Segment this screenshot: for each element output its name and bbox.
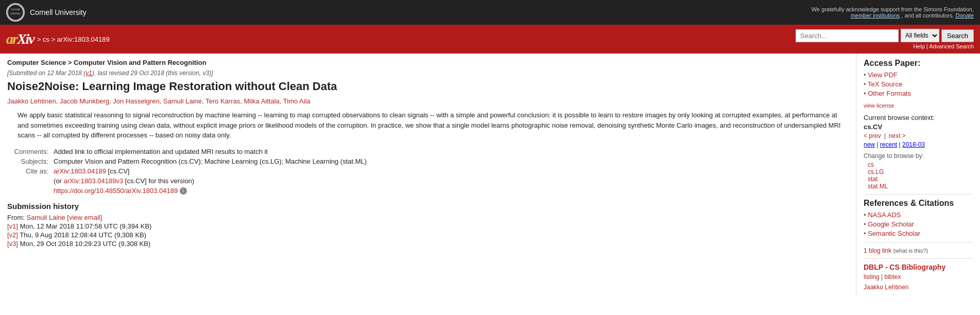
author-1[interactable]: Jaakko Lehtinen (7, 97, 56, 105)
blog-link[interactable]: 1 blog link (864, 247, 891, 254)
divider-2 (864, 242, 973, 243)
history-v1: [v1] Mon, 12 Mar 2018 11:07:58 UTC (9,39… (7, 222, 849, 230)
dblp-listing-link[interactable]: listing (864, 273, 880, 281)
university-name: Cornell University (30, 8, 87, 16)
new-link[interactable]: new (864, 141, 875, 148)
comments-row: Comments: Added link to official impleme… (7, 148, 849, 155)
recent-link[interactable]: recent (880, 141, 897, 148)
other-formats-item: Other Formats (864, 90, 973, 97)
browse-new-recent: new | recent | 2018-03 (864, 141, 973, 148)
browse-cs-link[interactable]: cs (868, 161, 973, 168)
doi-link[interactable]: https://doi.org/10.48550/arXiv.1803.0418… (54, 187, 178, 195)
support-text: We gratefully acknowledge support from t… (794, 6, 974, 19)
breadcrumb: Computer Science > Computer Vision and P… (7, 59, 849, 66)
breadcrumb-link[interactable]: Computer Science > Computer Vision and P… (7, 59, 207, 66)
from-row: From: Samuli Laine [view email] (7, 214, 849, 221)
browse-date-link[interactable]: 2018-03 (902, 141, 925, 148)
gsdn-label: Jaakko Lehtinen (864, 284, 973, 291)
search-area: All fields Search Help | Advanced Search (796, 29, 974, 49)
browse-nav: < prev | next > (864, 132, 973, 139)
subjects-row: Subjects: Computer Vision and Pattern Re… (7, 157, 849, 165)
arxiv-logo-ar: ar (6, 31, 17, 47)
google-scholar-item: Google Scholar (864, 220, 973, 228)
authors-list: Jaakko Lehtinen, Jacob Munkberg, Jon Has… (7, 97, 849, 105)
search-button[interactable]: Search (941, 29, 974, 42)
cornell-logo: Cornell University Cornell University (6, 3, 87, 22)
current-browse-label: Current browse context: (864, 114, 973, 121)
author-7[interactable]: Timo Aila (283, 97, 311, 105)
view-email-link[interactable]: [view email] (67, 214, 102, 221)
dblp-links: listing | bibtex (864, 273, 973, 281)
svg-text:University: University (10, 12, 21, 15)
search-input[interactable] (796, 29, 899, 42)
member-institutions-link[interactable]: member institutions (851, 12, 900, 19)
author-3[interactable]: Jon Hasselgren (113, 97, 159, 105)
nasa-ads-link[interactable]: NASA ADS (868, 211, 901, 219)
search-row: All fields Search (796, 29, 974, 42)
search-links: Help | Advanced Search (913, 43, 974, 49)
access-paper-links: View PDF TeX Source Other Formats (864, 71, 973, 97)
cite-as-badge: [cs.CV] (108, 167, 130, 175)
gsdn-author-link[interactable]: Jaakko Lehtinen (864, 284, 908, 291)
submission-meta-prefix: [Submitted on 12 Mar 2018 ( (7, 69, 85, 77)
cite-as-alt: (or arXiv:1803.04189v3 [cs.CV] for this … (54, 177, 194, 185)
tex-source-link[interactable]: TeX Source (868, 80, 902, 88)
divider-1 (864, 194, 973, 195)
next-link[interactable]: next > (889, 132, 906, 139)
submission-meta: [Submitted on 12 Mar 2018 (v1), last rev… (7, 69, 849, 77)
author-6[interactable]: Miika Aittala (244, 97, 279, 105)
v1-history-link[interactable]: [v1] (7, 222, 18, 230)
browse-by-links: cs cs.LG stat stat.ML (864, 161, 973, 190)
other-formats-link[interactable]: Other Formats (868, 90, 911, 97)
doi-info-icon[interactable]: i (180, 187, 187, 195)
blog-link-area: 1 blog link (what is this?) (864, 247, 973, 254)
main-container: Computer Science > Computer Vision and P… (0, 54, 980, 296)
semantic-scholar-item: Semantic Scholar (864, 230, 973, 237)
semantic-scholar-link[interactable]: Semantic Scholar (868, 230, 920, 237)
browse-stat-ml-link[interactable]: stat.ML (868, 183, 973, 190)
dblp-link[interactable]: DBLP - CS Bibliography (864, 263, 945, 271)
view-pdf-link[interactable]: View PDF (868, 71, 898, 79)
cite-as-alt-link[interactable]: arXiv:1803.04189v3 (64, 177, 124, 185)
subjects-value: Computer Vision and Pattern Recognition … (54, 157, 367, 165)
v1-link[interactable]: v1 (85, 69, 92, 77)
change-browse-label: Change to browse by: (864, 152, 973, 160)
cite-as-alt-row: (or arXiv:1803.04189v3 [cs.CV] for this … (7, 177, 849, 185)
submission-meta-suffix: ), last revised 29 Oct 2018 (this versio… (92, 69, 213, 77)
comments-label: Comments: (7, 148, 48, 155)
comments-value: Added link to official implementation an… (54, 148, 268, 155)
browse-cs-lg-link[interactable]: cs.LG (868, 168, 973, 176)
search-field-select[interactable]: All fields (901, 29, 939, 42)
dblp-bibtex-link[interactable]: bibtex (884, 273, 901, 281)
from-author-link[interactable]: Samuli Laine (27, 214, 65, 221)
v2-history-link[interactable]: [v2] (7, 231, 18, 239)
browse-stat-link[interactable]: stat (868, 176, 973, 183)
paper-title: Noise2Noise: Learning Image Restoration … (7, 80, 849, 93)
arxiv-nav-bar: arXiv > cs > arXiv:1803.04189 All fields… (0, 25, 980, 54)
cite-as-label: Cite as: (7, 167, 48, 175)
arxiv-logo-xiv: Xiv (17, 31, 34, 47)
cite-as-link[interactable]: arXiv:1803.04189 (54, 167, 106, 175)
cornell-seal-icon: Cornell University (6, 3, 25, 22)
subjects-label: Subjects: (7, 157, 48, 165)
author-2[interactable]: Jacob Munkberg (60, 97, 109, 105)
google-scholar-link[interactable]: Google Scholar (868, 220, 914, 228)
cite-as-alt-badge: [cs.CV] (125, 177, 147, 185)
help-link[interactable]: Help (913, 43, 925, 49)
prev-link[interactable]: < prev (864, 132, 881, 139)
view-pdf-item: View PDF (864, 71, 973, 79)
author-4[interactable]: Samuli Laine (163, 97, 202, 105)
refs-citations-title: References & Citations (864, 199, 973, 208)
advanced-search-link[interactable]: Advanced Search (929, 43, 974, 49)
sidebar: Access Paper: View PDF TeX Source Other … (856, 54, 980, 296)
cite-as-row: Cite as: arXiv:1803.04189 [cs.CV] (7, 167, 849, 175)
submission-history: From: Samuli Laine [view email] [v1] Mon… (7, 214, 849, 248)
submission-history-title: Submission history (7, 202, 849, 211)
author-5[interactable]: Tero Karras (205, 97, 240, 105)
from-label: From: (7, 214, 25, 221)
view-license-link[interactable]: view license (864, 102, 973, 109)
v3-history-link[interactable]: [v3] (7, 240, 18, 248)
cite-as-value: arXiv:1803.04189 [cs.CV] (54, 167, 129, 175)
donate-link[interactable]: Donate (956, 12, 974, 19)
svg-text:Cornell: Cornell (11, 8, 20, 11)
